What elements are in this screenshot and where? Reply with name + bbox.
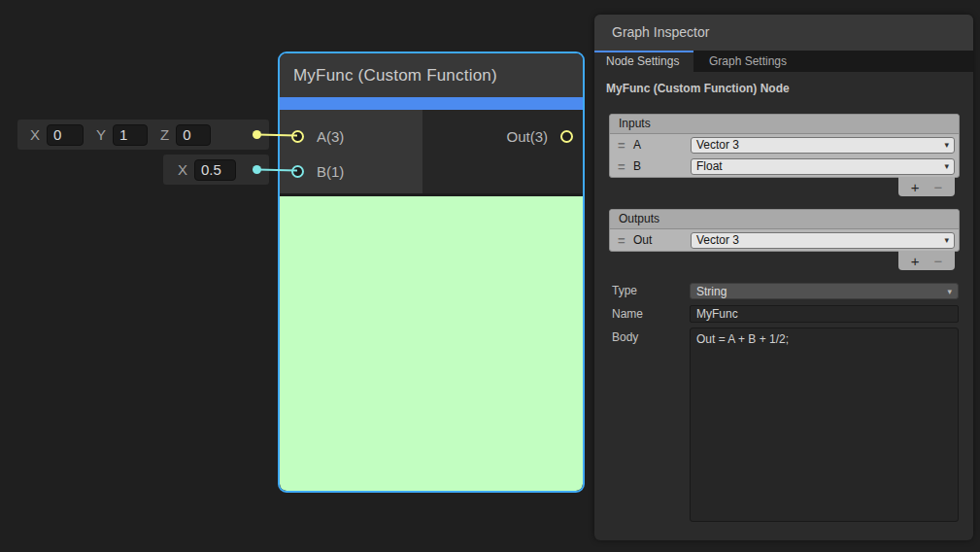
port-a-ring-icon[interactable] [291,130,304,143]
input-a-name: A [633,138,641,152]
inspector-tab-row: Node Settings Graph Settings [594,51,973,72]
float-input-widget: X [163,155,269,185]
type-label: Type [612,284,637,297]
outputs-list-footer: + − [898,251,955,270]
body-textarea[interactable]: Out = A + B + 1/2; [690,328,959,522]
input-row-b: = B Float ▾ [610,155,959,177]
input-b-name: B [633,159,641,173]
output-port-out[interactable]: Out(3) [506,122,573,150]
tab-graph-settings[interactable]: Graph Settings [693,51,802,72]
port-out-ring-icon[interactable] [560,130,573,143]
chevron-down-icon: ▾ [944,140,954,150]
output-out-type-value: Vector 3 [692,233,739,247]
z-axis-label: Z [160,126,169,143]
node-preview [280,196,583,491]
vector3-input-widget: X Y Z [17,120,269,150]
graph-inspector-title[interactable]: Graph Inspector [594,15,973,51]
node-title[interactable]: MyFunc (Custom Function) [280,53,583,97]
float-connector-dot-icon[interactable] [253,165,261,174]
graph-inspector-panel: Graph Inspector Node Settings Graph Sett… [594,15,973,540]
body-label: Body [612,330,638,344]
chevron-down-icon: ▾ [944,161,954,171]
name-label: Name [612,307,643,321]
type-dropdown[interactable]: String ▾ [690,283,959,299]
node-output-ports: Out(3) [422,110,583,193]
node-port-area: A(3) B(1) Out(3) [280,110,583,193]
input-row-a: = A Vector 3 ▾ [610,134,959,155]
inputs-list-header: Inputs [610,115,959,134]
input-a-type-dropdown[interactable]: Vector 3 ▾ [691,137,955,154]
x-axis-label: X [30,126,40,143]
output-out-type-dropdown[interactable]: Vector 3 ▾ [691,232,955,249]
inputs-list-footer: + − [898,177,955,196]
drag-handle-icon[interactable]: = [618,159,633,174]
input-port-a[interactable]: A(3) [291,122,344,150]
add-input-button[interactable]: + [911,180,920,194]
add-output-button[interactable]: + [911,254,920,268]
input-a-type-value: Vector 3 [692,138,739,152]
x-axis-label: X [178,161,187,178]
chevron-down-icon: ▾ [944,235,954,245]
node-input-ports: A(3) B(1) [280,110,422,193]
y-axis-label: Y [96,126,106,143]
port-out-label: Out(3) [506,128,548,145]
port-b-ring-icon[interactable] [291,165,304,178]
tab-node-settings[interactable]: Node Settings [594,51,693,72]
node-settings-heading: MyFunc (Custom Function) Node [594,72,973,95]
remove-output-button[interactable]: − [934,254,943,268]
z-value-field[interactable] [176,124,211,146]
output-out-name: Out [633,233,652,247]
remove-input-button[interactable]: − [934,180,943,194]
outputs-list-box: Outputs = Out Vector 3 ▾ [609,209,960,252]
drag-handle-icon[interactable]: = [618,233,633,248]
input-b-type-dropdown[interactable]: Float ▾ [691,158,955,175]
type-value: String [691,285,727,298]
node-accent-bar [280,97,583,110]
vector3-connector-dot-icon[interactable] [253,130,261,139]
input-b-type-value: Float [692,159,723,173]
port-a-label: A(3) [317,128,344,145]
custom-function-node[interactable]: MyFunc (Custom Function) A(3) B(1) Out(3… [278,52,585,493]
port-b-label: B(1) [317,163,344,180]
y-value-field[interactable] [113,124,148,146]
chevron-down-icon: ▾ [947,287,958,296]
outputs-list-header: Outputs [610,210,959,229]
x-value-field[interactable] [47,124,84,146]
input-port-b[interactable]: B(1) [291,157,344,185]
drag-handle-icon[interactable]: = [618,138,633,153]
inputs-list-box: Inputs = A Vector 3 ▾ = B Float ▾ [609,114,960,178]
float-value-field[interactable] [194,159,236,181]
name-field[interactable] [690,305,959,323]
output-row-out: = Out Vector 3 ▾ [610,229,959,251]
